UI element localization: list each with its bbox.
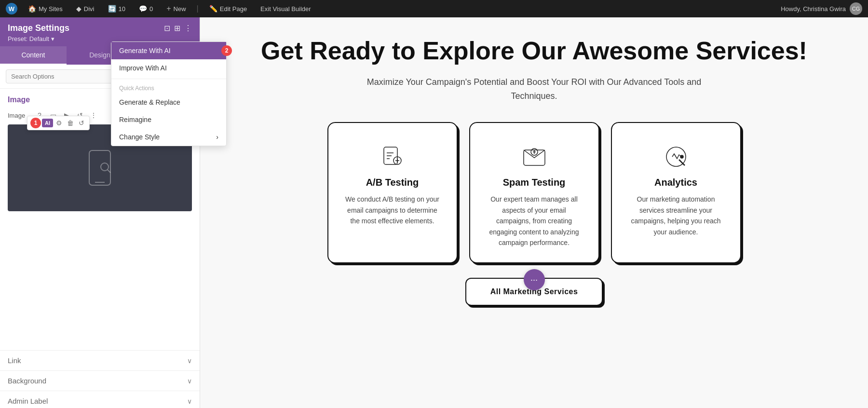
more-options-icon[interactable]: ⋮ <box>184 24 192 33</box>
image-field-label: Image <box>8 112 29 119</box>
panel-header-icons: ⊡ ⊞ ⋮ <box>164 24 192 33</box>
edit-page-label: Edit Page <box>220 5 247 13</box>
admin-label-section[interactable]: Admin Label ∨ <box>0 391 200 408</box>
home-icon: 🏠 <box>28 5 36 13</box>
user-greeting: Howdy, Christina Gwira <box>781 5 846 13</box>
generate-with-ai-label: Generate With AI <box>119 47 171 54</box>
generate-replace-item[interactable]: Generate & Replace <box>111 94 226 111</box>
admin-label-arrow-icon: ∨ <box>187 397 192 405</box>
comments-menu[interactable]: 💬 0 <box>136 3 156 14</box>
phone-icon <box>85 149 114 187</box>
hero-title: Get Ready to Explore Our Awesome Service… <box>229 37 839 66</box>
analytics-icon <box>662 142 691 171</box>
more-field-icon[interactable]: ⋮ <box>88 110 99 121</box>
updates-count: 10 <box>119 5 125 13</box>
divi-menu[interactable]: ◆ Divi <box>73 3 97 14</box>
services-grid: A/B Testing We conduct A/B testing on yo… <box>229 122 839 263</box>
my-sites-menu[interactable]: 🏠 My Sites <box>25 3 66 14</box>
hero-subtitle: Maximize Your Campaign's Potential and B… <box>366 75 703 103</box>
chevron-right-icon: › <box>216 133 218 141</box>
link-arrow-icon: ∨ <box>187 357 192 365</box>
comment-icon: 💬 <box>139 5 147 13</box>
layout-icon[interactable]: ⊞ <box>174 24 180 33</box>
spam-testing-icon <box>520 142 549 171</box>
spam-testing-name: Spam Testing <box>503 177 566 188</box>
main-layout: Image Settings ⊡ ⊞ ⋮ Preset: Default Con… <box>0 17 868 408</box>
spam-testing-desc: Our expert team manages all aspects of y… <box>485 194 584 248</box>
link-label: Link <box>8 356 21 365</box>
service-card-analytics: Analytics Our marketing automation servi… <box>611 122 741 263</box>
reimagine-label: Reimagine <box>119 116 151 123</box>
ab-testing-name: A/B Testing <box>366 177 419 188</box>
image-action-toolbar: 1 AI ⚙ 🗑 ↺ <box>27 116 90 130</box>
badge-1: 1 <box>30 118 41 128</box>
comments-count: 0 <box>149 5 153 13</box>
admin-label: Admin Label <box>8 397 48 405</box>
service-card-spam-testing: Spam Testing Our expert team manages all… <box>469 122 599 263</box>
background-arrow-icon: ∨ <box>187 377 192 385</box>
dropdown-divider <box>111 79 226 79</box>
svg-point-16 <box>680 155 683 158</box>
generate-with-ai-item[interactable]: Generate With AI <box>111 42 226 59</box>
tab-content[interactable]: Content <box>0 46 67 65</box>
service-card-ab-testing: A/B Testing We conduct A/B testing on yo… <box>327 122 458 263</box>
badge-2: 2 <box>221 45 232 56</box>
svg-point-2 <box>101 163 108 171</box>
change-style-item[interactable]: Change Style › <box>111 128 226 146</box>
ai-button[interactable]: AI <box>42 119 53 127</box>
reimagine-item[interactable]: Reimagine <box>111 111 226 128</box>
change-style-label: Change Style <box>119 133 160 141</box>
updates-menu[interactable]: 🔄 10 <box>105 3 128 14</box>
analytics-name: Analytics <box>654 177 697 188</box>
wp-admin-bar: W 🏠 My Sites ◆ Divi 🔄 10 💬 0 + New | ✏️ … <box>0 0 868 17</box>
separator: | <box>197 4 199 13</box>
collapse-icon[interactable]: ⊡ <box>164 24 170 33</box>
delete-toolbar-icon[interactable]: 🗑 <box>65 118 76 128</box>
divi-label: Divi <box>84 5 95 13</box>
user-avatar[interactable]: CG <box>850 2 862 15</box>
generate-with-ai-wrapper: Generate With AI 2 <box>111 42 226 59</box>
ab-testing-desc: We conduct A/B testing on your email cam… <box>343 194 442 226</box>
background-label: Background <box>8 377 46 385</box>
right-content: Get Ready to Explore Our Awesome Service… <box>200 17 868 408</box>
edit-page-btn[interactable]: ✏️ Edit Page <box>206 3 250 14</box>
exit-label: Exit Visual Builder <box>260 5 311 13</box>
edit-icon: ✏️ <box>209 5 217 13</box>
purple-dots-button[interactable]: ··· <box>524 269 545 290</box>
improve-with-ai-label: Improve With AI <box>119 64 167 72</box>
new-menu[interactable]: + New <box>163 2 189 15</box>
wp-logo-icon[interactable]: W <box>6 3 17 14</box>
settings-toolbar-icon[interactable]: ⚙ <box>54 118 64 128</box>
generate-replace-label: Generate & Replace <box>119 98 180 106</box>
ab-testing-icon <box>378 142 407 171</box>
analytics-desc: Our marketing automation services stream… <box>626 194 726 237</box>
left-panel: Image Settings ⊡ ⊞ ⋮ Preset: Default Con… <box>0 17 200 408</box>
exit-visual-builder-btn[interactable]: Exit Visual Builder <box>258 3 314 14</box>
all-services-wrapper: ··· All Marketing Services <box>229 278 839 306</box>
improve-with-ai-item[interactable]: Improve With AI <box>111 59 226 77</box>
refresh-icon: 🔄 <box>108 5 116 13</box>
image-section-title: Image <box>8 95 30 104</box>
my-sites-label: My Sites <box>39 5 63 13</box>
new-label: New <box>174 5 186 13</box>
panel-title: Image Settings <box>8 23 69 33</box>
ai-dropdown-menu: Generate With AI 2 Improve With AI Quick… <box>111 41 227 146</box>
undo-toolbar-icon[interactable]: ↺ <box>77 118 86 128</box>
link-section[interactable]: Link ∨ <box>0 350 200 370</box>
hero-section: Get Ready to Explore Our Awesome Service… <box>229 37 839 103</box>
phone-icon-wrapper <box>85 149 114 187</box>
background-section[interactable]: Background ∨ <box>0 370 200 391</box>
divi-icon: ◆ <box>76 5 81 13</box>
plus-icon: + <box>166 4 171 13</box>
quick-actions-label: Quick Actions <box>111 81 226 94</box>
panel-header-top: Image Settings ⊡ ⊞ ⋮ <box>8 23 192 33</box>
admin-bar-right: Howdy, Christina Gwira CG <box>781 2 862 15</box>
svg-rect-0 <box>89 150 110 185</box>
